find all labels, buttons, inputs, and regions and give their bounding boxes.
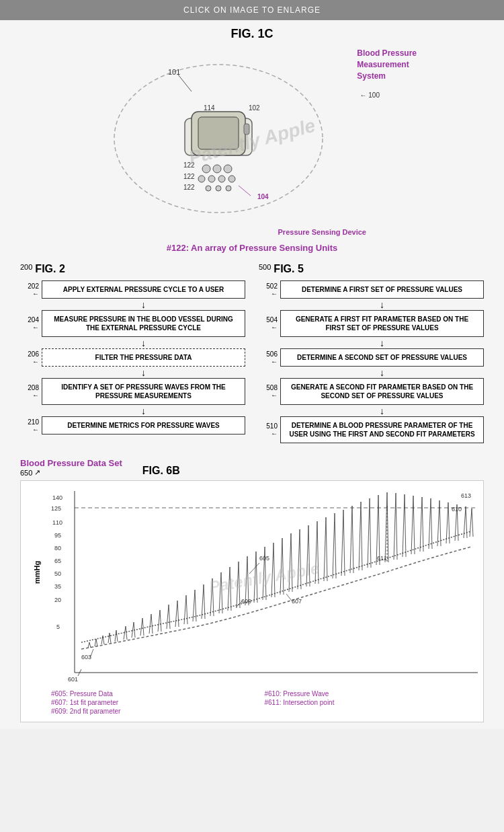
svg-text:125: 125 <box>51 505 61 512</box>
fig5-step-502-row: 502 ← DETERMINE A FIRST SET OF PRESSURE … <box>259 280 484 299</box>
svg-line-16 <box>178 75 192 91</box>
fig2-box-206: FILTER THE PRESSURE DATA <box>42 348 245 367</box>
legend-607: #607: 1st fit parameter <box>51 699 263 706</box>
legend-610: #610: Pressure Wave <box>265 690 477 697</box>
svg-text:5: 5 <box>56 623 60 630</box>
svg-point-11 <box>228 176 235 182</box>
svg-point-7 <box>224 165 232 173</box>
fig2-step-210-row: 210 ← DETERMINE METRICS FOR PRESSURE WAV… <box>20 416 245 434</box>
svg-text:610: 610 <box>452 506 462 513</box>
svg-point-10 <box>218 176 225 182</box>
fig6b-section: Blood Pressure Data Set 650 ↗ FIG. 6B mm… <box>13 458 491 722</box>
ps-device-label: Pressure Sensing Device <box>278 228 366 236</box>
fig1c-illustration: 101 114 102 122 122 122 104 <box>104 51 333 226</box>
svg-text:603: 603 <box>81 654 91 660</box>
svg-text:110: 110 <box>52 519 62 526</box>
svg-point-14 <box>226 186 231 191</box>
fig2-label-202: 202 ← <box>20 282 39 297</box>
svg-text:104: 104 <box>257 193 269 200</box>
fig5-step-508-row: 508 ← GENERATE A SECOND FIT PARAMETER BA… <box>259 378 484 405</box>
legend-611: #611: Intersection point <box>265 699 477 706</box>
svg-line-46 <box>286 594 292 601</box>
fig2-header: 200 FIG. 2 <box>20 263 245 275</box>
fig2-arrow-1: ↓ <box>42 300 245 309</box>
svg-point-8 <box>198 176 205 182</box>
top-bar[interactable]: CLICK ON IMAGE TO ENLARGE <box>0 0 504 20</box>
svg-text:611: 611 <box>377 555 387 562</box>
fig1c-title: FIG. 1C <box>13 27 491 41</box>
legend-609: #609: 2nd fit parameter <box>51 708 263 715</box>
fig5-box-508: GENERATE A SECOND FIT PARAMETER BASED ON… <box>280 378 484 405</box>
array-label: #122: An array of Pressure Sensing Units <box>13 243 491 253</box>
flow-diagrams-section: 200 FIG. 2 202 ← APPLY EXTERNAL PRESSURE… <box>13 263 491 445</box>
svg-text:122: 122 <box>183 161 195 169</box>
fig6b-header: Blood Pressure Data Set 650 ↗ FIG. 6B <box>20 458 484 477</box>
fig2-label-204: 204 ← <box>20 316 39 331</box>
bp-system-label: Blood Pressure Measurement System <box>357 48 417 81</box>
svg-point-5 <box>202 165 210 173</box>
svg-line-44 <box>249 563 259 574</box>
y-axis-label: mmHg <box>33 561 41 584</box>
fig5-arrow-4: ↓ <box>280 406 484 416</box>
svg-text:65: 65 <box>54 558 61 564</box>
svg-text:605: 605 <box>259 555 269 562</box>
fig5-label-508: 508 ← <box>259 384 278 399</box>
svg-line-23 <box>239 186 251 196</box>
fig6b-chart-svg: 125 140 110 95 80 65 50 35 20 5 <box>51 488 488 683</box>
fig2-num: 200 <box>20 263 32 271</box>
fig5-step-506-row: 506 ← DETERMINE A SECOND SET OF PRESSURE… <box>259 348 484 367</box>
fig5-header: 500 FIG. 5 <box>259 263 484 275</box>
fig2-step-202-row: 202 ← APPLY EXTERNAL PRESSURE CYCLE TO A… <box>20 280 245 299</box>
fig5-label-506: 506 ← <box>259 350 278 365</box>
svg-text:609: 609 <box>241 598 251 605</box>
svg-point-9 <box>208 176 215 182</box>
fig2-label-206: 206 ← <box>20 350 39 365</box>
fig5-title: FIG. 5 <box>274 263 303 275</box>
svg-text:102: 102 <box>249 104 260 112</box>
svg-text:95: 95 <box>54 532 61 539</box>
arrow-100: ← 100 <box>360 91 380 99</box>
fig2-arrow-2: ↓ <box>42 338 245 348</box>
fig5-box-506: DETERMINE A SECOND SET OF PRESSURE VALUE… <box>280 348 484 367</box>
svg-text:122: 122 <box>183 173 195 180</box>
fig5-arrow-1: ↓ <box>280 300 484 309</box>
fig2-title: FIG. 2 <box>35 263 65 275</box>
svg-text:140: 140 <box>52 494 62 501</box>
svg-text:114: 114 <box>204 104 215 112</box>
fig2-box-204: MEASURE PRESSURE IN THE BLOOD VESSEL DUR… <box>42 310 245 337</box>
fig5-label-504: 504 ← <box>259 316 278 331</box>
fig6b-title: FIG. 6B <box>142 465 180 477</box>
fig2-box-210: DETERMINE METRICS FOR PRESSURE WAVES <box>42 416 245 434</box>
fig5-arrow-2: ↓ <box>280 338 484 348</box>
fig2-arrow-3: ↓ <box>42 368 245 377</box>
fig6b-num-650: 650 <box>20 469 32 477</box>
fig1c-section: FIG. 1C Blood Pressure Measurement Syste… <box>13 27 491 253</box>
fig6b-legend: #605: Pressure Data #610: Pressure Wave … <box>51 690 476 715</box>
fig6b-chart-wrapper: mmHg 125 140 110 95 80 65 50 <box>51 488 476 685</box>
fig5-num: 500 <box>259 263 271 271</box>
svg-text:20: 20 <box>54 597 61 603</box>
fig6b-arrow-650: ↗ <box>34 468 40 477</box>
fig5-label-510: 510 ← <box>259 422 278 437</box>
svg-point-6 <box>213 165 221 173</box>
fig5-box-502: DETERMINE A FIRST SET OF PRESSURE VALUES <box>280 280 484 299</box>
main-content: FIG. 1C Blood Pressure Measurement Syste… <box>0 20 504 729</box>
svg-text:50: 50 <box>54 570 61 577</box>
fig5-arrow-3: ↓ <box>280 368 484 377</box>
svg-rect-3 <box>198 117 239 149</box>
fig5-diagram: 500 FIG. 5 502 ← DETERMINE A FIRST SET O… <box>259 263 484 445</box>
svg-text:601: 601 <box>68 676 78 683</box>
fig5-step-504-row: 504 ← GENERATE A FIRST FIT PARAMETER BAS… <box>259 310 484 337</box>
fig2-step-206-row: 206 ← FILTER THE PRESSURE DATA <box>20 348 245 367</box>
fig2-box-202: APPLY EXTERNAL PRESSURE CYCLE TO A USER <box>42 280 245 299</box>
fig5-label-502: 502 ← <box>259 282 278 297</box>
legend-605: #605: Pressure Data <box>51 690 263 697</box>
fig5-box-510: DETERMINE A BLOOD PRESSURE PARAMETER OF … <box>280 416 484 443</box>
svg-text:80: 80 <box>54 545 61 552</box>
bp-dataset-label: Blood Pressure Data Set 650 ↗ <box>20 458 122 477</box>
top-bar-label: CLICK ON IMAGE TO ENLARGE <box>183 5 321 15</box>
svg-text:613: 613 <box>461 492 471 499</box>
svg-text:122: 122 <box>183 184 195 191</box>
fig2-step-208-row: 208 ← IDENTIFY A SET OF PRESSURE WAVES F… <box>20 378 245 405</box>
svg-point-12 <box>206 186 211 191</box>
